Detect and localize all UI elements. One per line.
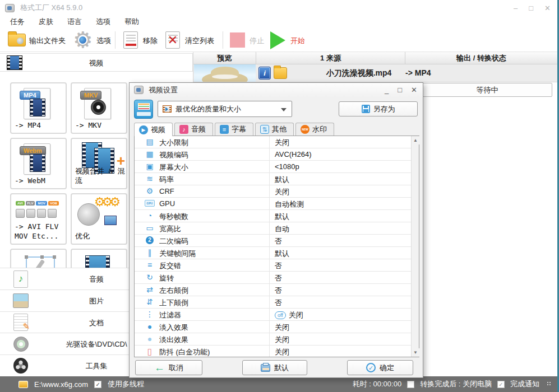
- setting-value: 否: [275, 236, 282, 246]
- clear-list-button[interactable]: 清空列表: [185, 36, 214, 46]
- aspect-icon: ▭: [145, 223, 155, 233]
- bitrate-icon: ≋: [145, 174, 155, 184]
- scroll-up-icon[interactable]: ▲: [412, 136, 419, 144]
- scrollbar[interactable]: ▲ ▼: [411, 136, 419, 357]
- tab-audio[interactable]: ♪音频: [174, 123, 213, 136]
- remove-button[interactable]: 移除: [143, 36, 158, 46]
- preview-thumbnail[interactable]: [194, 64, 256, 82]
- dialog-title: 视频设置: [149, 85, 178, 95]
- remove-icon[interactable]: [123, 31, 138, 49]
- minimize-button[interactable]: –: [514, 4, 518, 12]
- shutdown-after-label[interactable]: 转换完成后 : 关闭电脑: [420, 379, 492, 389]
- start-icon[interactable]: [270, 31, 285, 49]
- options-button[interactable]: 选项: [96, 36, 111, 46]
- setting-label: 淡入效果: [159, 323, 188, 333]
- shutdown-after-checkbox[interactable]: [407, 381, 414, 388]
- setting-label: 宽高比: [159, 224, 181, 234]
- dialog-icon: [134, 86, 144, 94]
- menu-item-0[interactable]: 任务: [10, 17, 25, 27]
- menu-item-4[interactable]: 帮助: [124, 17, 139, 27]
- tab-video[interactable]: ▶视频: [134, 123, 173, 136]
- output-folder-button[interactable]: 输出文件夹: [29, 36, 66, 46]
- setting-row-two-pass[interactable]: 2二次编码否: [135, 235, 412, 247]
- close-button[interactable]: ✕: [544, 4, 551, 12]
- multithread-label[interactable]: 使用多线程: [108, 379, 144, 389]
- options-gear-icon[interactable]: ⚙: [72, 29, 94, 51]
- category-header-video[interactable]: 视频: [0, 53, 193, 72]
- setting-row-gpu[interactable]: GPUGPU自动检测: [135, 198, 412, 210]
- tab-other[interactable]: ⇅其他: [255, 123, 294, 136]
- column-output[interactable]: 输出 / 转换状态: [405, 52, 557, 64]
- preset-dropdown[interactable]: 最优化的质量和大小: [158, 101, 292, 117]
- setting-row-fade-in[interactable]: ●淡入效果关闭: [135, 321, 412, 333]
- setting-row-bitrate[interactable]: ≋码率默认: [135, 173, 412, 185]
- format-factory-window: 格式工厂 X64 5.9.0 – □ ✕ 任务皮肤语言选项帮助 输出文件夹 ⚙ …: [0, 0, 559, 392]
- setting-row-fade-out[interactable]: ●淡出效果关闭: [135, 333, 412, 346]
- column-preview[interactable]: 预览: [193, 52, 256, 64]
- card-optimize[interactable]: ⚙⚙⚙ 优化: [71, 193, 127, 245]
- output-path[interactable]: E:\www.x6g.com: [34, 380, 88, 389]
- menu-bar: 任务皮肤语言选项帮助: [0, 16, 557, 28]
- off-badge-icon: off: [275, 311, 286, 319]
- screen-icon: [104, 216, 117, 225]
- card-avi-flv-mov[interactable]: AVIFLVMOVVOB -> AVI FLV MOV Etc...: [10, 193, 67, 245]
- setting-value-text: 关闭: [289, 310, 303, 320]
- setting-value-text: <1080p: [275, 162, 299, 171]
- setting-value: <1080p: [275, 162, 299, 171]
- queue-row[interactable]: i 小刀洗澡视频.mp4 -> MP4: [193, 64, 557, 82]
- screen-icon: ▣: [145, 161, 155, 171]
- setting-row-filter[interactable]: ⋮过滤器off关闭: [135, 309, 412, 321]
- notify-label[interactable]: 完成通知: [510, 379, 539, 389]
- dialog-close-button[interactable]: ✕: [411, 86, 417, 94]
- column-source[interactable]: 1 来源: [256, 52, 405, 64]
- setting-row-fps[interactable]: ◔每秒帧数默认: [135, 210, 412, 222]
- scroll-down-icon[interactable]: ▼: [412, 348, 419, 357]
- other-tab-icon: ⇅: [260, 125, 269, 134]
- cancel-label: 取消: [169, 363, 183, 373]
- start-button[interactable]: 开始: [290, 36, 305, 46]
- card-webm[interactable]: Webm -> WebM: [10, 138, 67, 189]
- card-mp4[interactable]: MP4 -> MP4: [10, 82, 67, 134]
- setting-row-screen[interactable]: ▣屏幕大小<1080p: [135, 161, 412, 173]
- card-mkv[interactable]: MKV -> MKV: [71, 82, 127, 134]
- chip-icon: ▦: [145, 149, 155, 159]
- output-path-folder-icon[interactable]: [19, 381, 28, 388]
- setting-row-crf[interactable]: ⚙CRF关闭: [135, 185, 412, 198]
- flip-h-icon: ⇄: [145, 284, 155, 295]
- tab-subtitle[interactable]: ≡字幕: [215, 123, 253, 136]
- setting-row-keyframe[interactable]: ∥关键帧间隔默认: [135, 247, 412, 259]
- clear-list-icon[interactable]: ✕: [165, 31, 180, 49]
- rotate-icon: ↻: [145, 272, 155, 282]
- setting-row-stabilize[interactable]: ▯防抖 (白金功能)关闭: [135, 346, 412, 357]
- maximize-button[interactable]: □: [529, 4, 533, 12]
- setting-row-ruler[interactable]: ▤大小限制关闭: [135, 136, 412, 148]
- setting-row-aspect[interactable]: ▭宽高比自动: [135, 222, 412, 235]
- setting-row-rotate[interactable]: ↻旋转否: [135, 272, 412, 284]
- menu-item-1[interactable]: 皮肤: [39, 17, 53, 27]
- tab-watermark[interactable]: NEW水印: [295, 123, 334, 136]
- info-icon[interactable]: i: [258, 67, 271, 80]
- preset-value: 最优化的质量和大小: [175, 104, 241, 114]
- open-folder-icon[interactable]: [274, 67, 287, 79]
- default-button[interactable]: 默认: [242, 360, 307, 375]
- save-as-button[interactable]: 另存为: [339, 101, 418, 116]
- setting-row-deinterlace[interactable]: ≡反交错否: [135, 259, 412, 272]
- output-folder-icon[interactable]: [8, 34, 26, 46]
- window-title: 格式工厂 X64 5.9.0: [20, 3, 82, 13]
- cancel-button[interactable]: ← 取消: [135, 360, 202, 375]
- setting-row-flip-h[interactable]: ⇄左右颠倒否: [135, 284, 412, 296]
- setting-row-chip[interactable]: ▦视频编码AVC(H264): [135, 148, 412, 161]
- card-video-merge[interactable]: + 视频合并 & 混流: [71, 138, 127, 189]
- ok-button[interactable]: ✓ 确定: [347, 360, 413, 375]
- setting-value-text: 默认: [275, 175, 289, 185]
- multithread-checkbox[interactable]: [94, 381, 101, 388]
- dialog-maximize-button[interactable]: □: [398, 86, 402, 94]
- dialog-minimize-button[interactable]: _: [385, 86, 389, 94]
- menu-item-2[interactable]: 语言: [67, 17, 82, 27]
- floppy-icon: [362, 105, 370, 113]
- queue-header: 预览 1 来源 输出 / 转换状态: [193, 52, 557, 64]
- resize-grip[interactable]: [547, 382, 552, 386]
- notify-checkbox[interactable]: [497, 381, 505, 388]
- menu-item-3[interactable]: 选项: [96, 17, 110, 27]
- setting-row-flip-v[interactable]: ⇵上下颠倒否: [135, 296, 412, 309]
